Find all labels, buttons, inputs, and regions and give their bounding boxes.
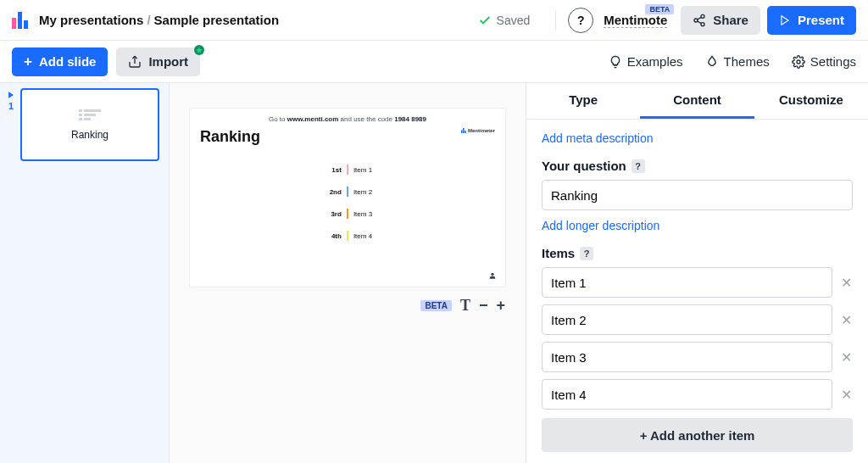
- divider: [555, 10, 556, 31]
- svg-rect-14: [461, 130, 463, 133]
- present-button[interactable]: Present: [767, 6, 856, 35]
- rank-row: 3rdItem 3: [323, 209, 372, 219]
- slide-thumbnails: 1 Ranking: [0, 83, 170, 463]
- breadcrumb-root[interactable]: My presentations: [39, 13, 143, 27]
- share-icon: [693, 14, 706, 27]
- brand-icon: [461, 128, 466, 133]
- svg-point-12: [797, 60, 800, 64]
- svg-rect-16: [465, 131, 466, 133]
- gear-icon: [792, 55, 805, 69]
- examples-link[interactable]: Examples: [609, 54, 683, 69]
- settings-link[interactable]: Settings: [792, 54, 856, 69]
- beta-badge: BETA: [420, 300, 451, 311]
- add-slide-button[interactable]: + Add slide: [12, 47, 108, 76]
- tab-customize[interactable]: Customize: [754, 83, 868, 119]
- participants-icon: [488, 271, 497, 282]
- question-input[interactable]: [542, 180, 853, 210]
- breadcrumb-current[interactable]: Sample presentation: [154, 13, 280, 27]
- slide-join-instruction: Go to www.menti.com and use the code 198…: [200, 115, 495, 123]
- delete-item-icon[interactable]: ✕: [839, 349, 853, 365]
- minus-icon[interactable]: −: [479, 297, 488, 315]
- plus-icon: +: [24, 53, 32, 70]
- svg-point-17: [491, 273, 493, 276]
- plus-icon[interactable]: +: [496, 297, 505, 315]
- tab-type[interactable]: Type: [526, 83, 640, 119]
- svg-line-6: [698, 17, 702, 20]
- rank-row: 2ndItem 2: [323, 187, 372, 197]
- themes-link[interactable]: Themes: [705, 54, 770, 69]
- rank-row: 1stItem 1: [323, 165, 372, 175]
- svg-point-3: [701, 14, 704, 18]
- panel-tabs: Type Content Customize: [526, 83, 868, 120]
- rank-row: 4thItem 4: [323, 231, 372, 241]
- import-button[interactable]: Import: [116, 47, 200, 76]
- beta-badge: BETA: [645, 4, 674, 14]
- toolbar: + Add slide Import Examples Themes Setti…: [0, 41, 868, 83]
- add-item-button[interactable]: + Add another item: [542, 418, 853, 452]
- share-button[interactable]: Share: [681, 6, 760, 35]
- question-field-label: Your question ?: [542, 159, 853, 173]
- slide-title: Ranking: [200, 128, 260, 146]
- add-meta-description-link[interactable]: Add meta description: [542, 131, 853, 145]
- play-icon: [779, 14, 791, 26]
- breadcrumb: My presentations / Sample presentation: [39, 13, 279, 27]
- svg-marker-8: [782, 15, 788, 25]
- item-input[interactable]: [542, 304, 832, 335]
- slide-canvas: Go to www.menti.com and use the code 198…: [170, 83, 526, 463]
- mentimote-button[interactable]: BETA Mentimote: [604, 13, 667, 28]
- slide-thumbnail[interactable]: Ranking: [20, 88, 159, 161]
- check-icon: [478, 14, 492, 27]
- svg-rect-0: [12, 18, 16, 29]
- item-input[interactable]: [542, 379, 832, 410]
- star-badge-icon: [194, 43, 204, 53]
- help-button[interactable]: ?: [568, 8, 593, 33]
- app-logo: [12, 12, 29, 29]
- svg-rect-1: [18, 12, 22, 29]
- lightbulb-icon: [609, 55, 622, 69]
- delete-item-icon[interactable]: ✕: [839, 275, 853, 291]
- properties-panel: Type Content Customize Add meta descript…: [526, 83, 868, 463]
- item-input[interactable]: [542, 267, 832, 298]
- svg-marker-13: [8, 92, 14, 98]
- item-input[interactable]: [542, 342, 832, 372]
- svg-point-5: [701, 22, 704, 25]
- droplet-icon: [705, 55, 719, 69]
- slide-preview[interactable]: Go to www.menti.com and use the code 198…: [190, 109, 505, 287]
- svg-line-7: [698, 21, 702, 24]
- items-field-label: Items ?: [542, 246, 853, 260]
- tab-content[interactable]: Content: [640, 83, 754, 119]
- text-tool-icon[interactable]: T: [460, 297, 470, 315]
- svg-rect-15: [463, 128, 465, 133]
- top-bar: My presentations / Sample presentation S…: [0, 0, 868, 41]
- canvas-tools: BETA T − +: [190, 297, 505, 315]
- play-icon: [7, 91, 15, 99]
- help-icon[interactable]: ?: [580, 247, 593, 260]
- delete-item-icon[interactable]: ✕: [839, 312, 853, 328]
- breadcrumb-separator: /: [147, 13, 150, 27]
- upload-icon: [128, 55, 142, 69]
- main-area: 1 Ranking Go to www.menti.com and use th…: [0, 83, 868, 463]
- rank-list: 1stItem 1 2ndItem 2 3rdItem 3 4thItem 4: [200, 165, 495, 241]
- help-icon[interactable]: ?: [632, 159, 645, 173]
- add-longer-description-link[interactable]: Add longer description: [542, 219, 853, 232]
- thumbnail-label: Ranking: [71, 129, 108, 141]
- save-status: Saved: [478, 14, 531, 27]
- ranking-icon: [79, 109, 101, 120]
- slide-brand: Mentimeter: [461, 128, 495, 133]
- svg-rect-2: [24, 20, 28, 29]
- thumbnail-index: 1: [5, 88, 17, 161]
- svg-point-4: [694, 19, 698, 22]
- delete-item-icon[interactable]: ✕: [839, 387, 853, 403]
